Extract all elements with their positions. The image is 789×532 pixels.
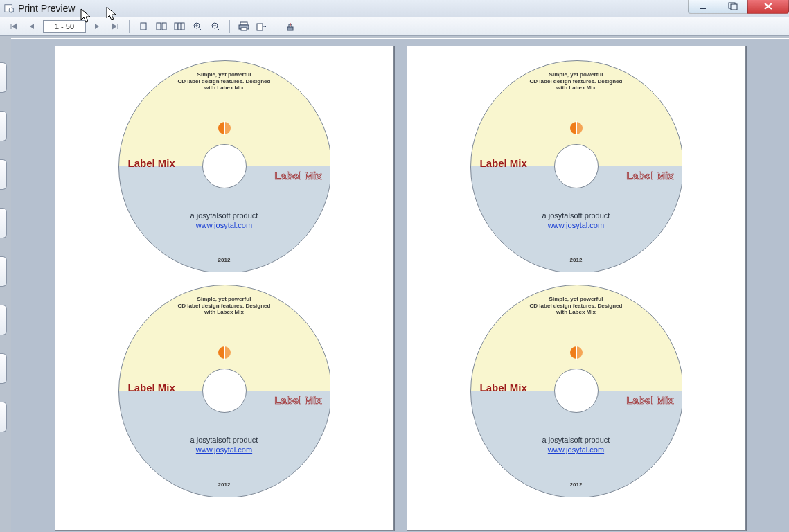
zoom-in-button[interactable] <box>190 19 204 33</box>
svg-rect-28 <box>224 121 225 135</box>
svg-rect-34 <box>576 346 577 360</box>
company-text: a josytalsoft product <box>118 436 330 444</box>
svg-rect-5 <box>731 4 737 10</box>
app-icon <box>4 3 14 13</box>
svg-rect-25 <box>287 27 293 30</box>
toolbar <box>0 17 789 36</box>
window-controls <box>689 0 789 14</box>
preview-page: Simple, yet powerful CD label design fea… <box>55 46 394 531</box>
year-text: 2012 <box>118 257 330 263</box>
single-page-view-button[interactable] <box>136 19 150 33</box>
toolbar-separator <box>129 20 130 33</box>
multi-page-view-button[interactable] <box>172 19 186 33</box>
company-url[interactable]: www.josytal.com <box>118 445 330 454</box>
svg-rect-0 <box>5 5 12 12</box>
pages-container: Simple, yet powerful CD label design fea… <box>11 39 789 532</box>
two-page-view-button[interactable] <box>154 19 168 33</box>
company-text: a josytalsoft product <box>470 211 682 220</box>
company-text: a josytalsoft product <box>118 211 330 220</box>
brand-text: Label Mix <box>480 382 527 393</box>
brand-text: Label Mix <box>128 157 175 169</box>
svg-rect-11 <box>175 23 177 30</box>
logo-icon <box>568 120 585 136</box>
brand-text-outline: Label Mix <box>274 394 321 406</box>
brand-text: Label Mix <box>480 157 527 169</box>
svg-rect-8 <box>141 23 146 30</box>
svg-rect-32 <box>576 121 577 135</box>
year-text: 2012 <box>118 481 330 488</box>
preview-page: Simple, yet powerful CD label design fea… <box>407 46 746 531</box>
preview-workspace[interactable]: Simple, yet powerful CD label design fea… <box>11 38 789 532</box>
maximize-button[interactable] <box>718 0 748 14</box>
company-text: a josytalsoft product <box>470 436 682 444</box>
brand-text-outline: Label Mix <box>626 170 673 181</box>
toolbar-separator <box>276 20 276 33</box>
brand-text: Label Mix <box>128 382 175 393</box>
svg-rect-24 <box>257 24 263 30</box>
close-button[interactable] <box>747 0 789 14</box>
logo-icon <box>568 344 585 361</box>
background-tab-strip <box>0 62 10 432</box>
svg-rect-23 <box>241 28 247 30</box>
company-url[interactable]: www.josytal.com <box>118 221 330 229</box>
label-blurb: Simple, yet powerful CD label design fea… <box>470 296 682 316</box>
svg-rect-10 <box>162 23 166 30</box>
next-page-button[interactable] <box>90 19 104 33</box>
cd-label: Simple, yet powerful CD label design fea… <box>470 60 682 272</box>
prev-page-button[interactable] <box>25 19 39 33</box>
label-blurb: Simple, yet powerful CD label design fea… <box>118 71 330 91</box>
logo-icon <box>216 344 233 361</box>
toolbar-separator <box>229 20 230 33</box>
brand-text-outline: Label Mix <box>274 170 321 181</box>
svg-rect-9 <box>157 23 161 30</box>
cd-label: Simple, yet powerful CD label design fea… <box>118 285 330 497</box>
close-preview-button[interactable] <box>283 19 297 33</box>
company-url[interactable]: www.josytal.com <box>470 445 682 454</box>
cd-label: Simple, yet powerful CD label design fea… <box>118 60 330 272</box>
minimize-button[interactable] <box>688 0 718 14</box>
company-url[interactable]: www.josytal.com <box>470 221 682 229</box>
svg-rect-13 <box>181 23 184 30</box>
logo-icon <box>216 120 233 136</box>
label-blurb: Simple, yet powerful CD label design fea… <box>470 71 682 91</box>
zoom-out-button[interactable] <box>209 19 222 33</box>
year-text: 2012 <box>470 481 682 488</box>
svg-rect-30 <box>224 346 225 360</box>
export-button[interactable] <box>255 19 269 33</box>
label-blurb: Simple, yet powerful CD label design fea… <box>118 296 330 316</box>
year-text: 2012 <box>470 257 682 263</box>
page-range-input[interactable] <box>43 20 86 33</box>
svg-rect-12 <box>178 23 181 30</box>
titlebar: Print Preview <box>0 0 789 17</box>
first-page-button[interactable] <box>7 19 21 33</box>
brand-text-outline: Label Mix <box>626 394 673 406</box>
print-button[interactable] <box>237 19 251 33</box>
last-page-button[interactable] <box>108 19 122 33</box>
svg-line-19 <box>217 28 220 30</box>
cd-label: Simple, yet powerful CD label design fea… <box>470 285 682 497</box>
window-title: Print Preview <box>18 3 75 14</box>
svg-rect-21 <box>240 22 247 25</box>
svg-line-15 <box>199 28 202 30</box>
svg-rect-3 <box>700 8 706 9</box>
